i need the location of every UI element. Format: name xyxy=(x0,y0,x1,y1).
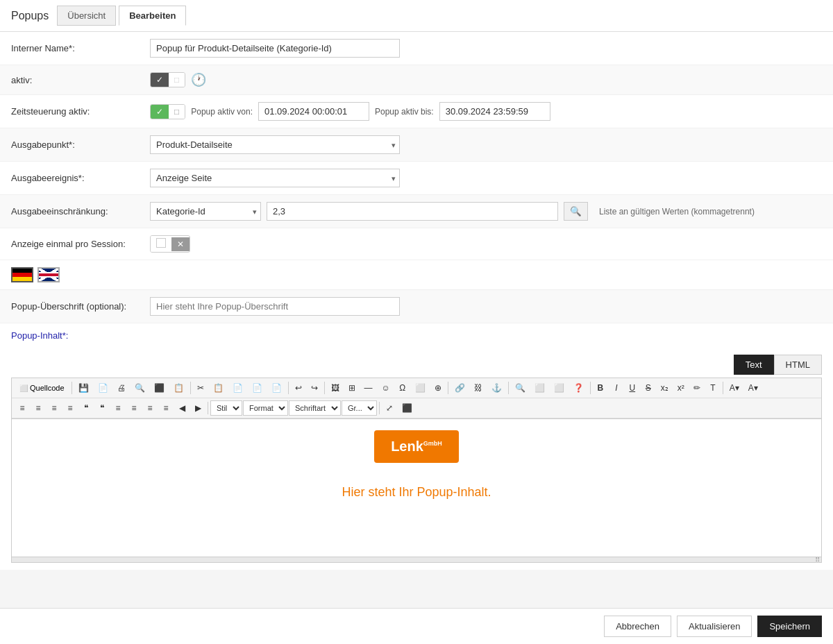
tb-new[interactable]: 📄 xyxy=(94,380,112,396)
tb-image[interactable]: 🖼 xyxy=(327,380,344,396)
tb-bold[interactable]: B xyxy=(593,380,608,396)
tb-preview[interactable]: 🔍 xyxy=(131,380,149,396)
ausgabeeinschraenkung-label: Ausgabeeinschränkung: xyxy=(11,206,150,217)
tb-groesse-select[interactable]: Gr... xyxy=(342,400,377,416)
tb-align-center[interactable]: ≡ xyxy=(126,400,142,416)
ausgabeereignis-select[interactable]: Anzeige Seite xyxy=(150,169,400,187)
tb-format-select[interactable]: Format xyxy=(243,400,288,416)
zeitsteuerung-on[interactable]: ✓ xyxy=(151,105,169,119)
tb-link[interactable]: 🔗 xyxy=(451,380,469,396)
aktiv-toggle-off[interactable]: □ xyxy=(169,73,185,87)
lang-de-flag[interactable] xyxy=(11,267,33,282)
ausgabeeinschraenkung-dropdown-wrapper: Kategorie-Id xyxy=(150,202,261,221)
session-toggle-off[interactable] xyxy=(151,236,171,252)
tab-uebersicht[interactable]: Übersicht xyxy=(57,6,116,26)
source-icon: ⬜ xyxy=(19,384,28,392)
tb-align-left[interactable]: ≡ xyxy=(110,400,126,416)
zeitsteuerung-off[interactable]: □ xyxy=(169,105,185,119)
aktiv-toggle-on[interactable]: ✓ xyxy=(151,73,169,87)
internal-name-label: Interner Name*: xyxy=(11,43,150,53)
logo-suffix: GmbH xyxy=(423,440,442,447)
tb-italic[interactable]: I xyxy=(609,380,624,396)
page-title: Popups xyxy=(11,10,49,22)
popup-bis-input[interactable] xyxy=(439,102,550,121)
tb-copy-doc[interactable]: 📋 xyxy=(169,380,188,396)
ausgabeeinschraenkung-input[interactable] xyxy=(267,202,558,221)
tb-backcolor[interactable]: A▾ xyxy=(744,380,762,396)
tb-copy[interactable]: 📋 xyxy=(209,380,228,396)
popup-von-label: Popup aktiv von: xyxy=(191,107,253,117)
popup-ueberschrift-input[interactable] xyxy=(150,297,400,316)
tb-help[interactable]: ❓ xyxy=(569,380,588,396)
tb-replace[interactable]: ⬜ xyxy=(530,380,549,396)
aktiv-toggle[interactable]: ✓ □ xyxy=(150,72,185,87)
editor-tab-text[interactable]: Text xyxy=(734,355,774,375)
tb-removeformat[interactable]: T xyxy=(705,380,721,396)
internal-name-input[interactable] xyxy=(150,39,400,58)
anzeige-session-label: Anzeige einmal pro Session: xyxy=(11,239,150,249)
toolbar-sep-9 xyxy=(208,402,208,414)
tb-rtl[interactable]: ▶ xyxy=(190,400,205,416)
tb-smiley[interactable]: ☺ xyxy=(378,380,394,396)
toolbar-row-1: ⬜ Quellcode 💾 📄 🖨 🔍 ⬛ 📋 ✂ 📋 📄 📄 📄 xyxy=(12,378,821,398)
popup-von-input[interactable] xyxy=(258,102,369,121)
tb-cut[interactable]: ✂ xyxy=(193,380,208,396)
tb-paste-word[interactable]: 📄 xyxy=(267,380,286,396)
session-toggle-x[interactable]: ✕ xyxy=(171,237,190,251)
lang-uk-flag[interactable] xyxy=(37,267,60,282)
tb-schriftart-select[interactable]: Schriftart xyxy=(289,400,341,416)
zeitsteuerung-toggle[interactable]: ✓ □ xyxy=(150,104,185,119)
ausgabepunkt-select[interactable]: Produkt-Detailseite xyxy=(150,135,400,154)
tab-bearbeiten[interactable]: Bearbeiten xyxy=(119,6,186,26)
tb-ul[interactable]: ≡ xyxy=(31,400,46,416)
ausgabepunkt-control: Produkt-Detailseite xyxy=(150,135,822,154)
tb-ltr[interactable]: ◀ xyxy=(174,400,190,416)
toolbar-sep-8 xyxy=(723,382,723,394)
tb-save[interactable]: 💾 xyxy=(74,380,93,396)
tb-paste-text[interactable]: 📄 xyxy=(248,380,267,396)
editor-body[interactable]: LenkGmbH Hier steht Ihr Popup-Inhalt. xyxy=(11,418,822,557)
tb-sub[interactable]: x₂ xyxy=(657,380,673,396)
tb-underline[interactable]: U xyxy=(625,380,640,396)
tb-paste[interactable]: 📄 xyxy=(228,380,247,396)
editor-tab-html[interactable]: HTML xyxy=(774,355,822,375)
editor-resize-handle[interactable]: ⠿ xyxy=(11,557,822,563)
tb-templates[interactable]: ⬛ xyxy=(150,380,169,396)
tb-hr[interactable]: — xyxy=(360,380,377,396)
tb-cleanup[interactable]: ✏ xyxy=(689,380,705,396)
ausgabeeinschraenkung-dropdown[interactable]: Kategorie-Id xyxy=(150,202,261,221)
tb-sup[interactable]: x² xyxy=(673,380,689,396)
tb-align-right[interactable]: ≡ xyxy=(142,400,158,416)
search-button[interactable]: 🔍 xyxy=(564,202,588,221)
tb-redo[interactable]: ↪ xyxy=(307,380,322,396)
tb-blockquote[interactable]: ❝ xyxy=(78,400,94,416)
tb-forecolor[interactable]: A▾ xyxy=(725,380,743,396)
quellcode-label: Quellcode xyxy=(30,384,65,392)
tb-find[interactable]: 🔍 xyxy=(511,380,530,396)
tb-stil-select[interactable]: Stil xyxy=(210,400,242,416)
session-toggle[interactable]: ✕ xyxy=(150,235,190,253)
tb-nonbreaking[interactable]: ⊕ xyxy=(430,380,446,396)
quellcode-button[interactable]: ⬜ Quellcode xyxy=(15,380,69,396)
tb-fullscreen[interactable]: ⤢ xyxy=(382,400,397,416)
tb-strike[interactable]: S xyxy=(641,380,656,396)
tb-spellcheck[interactable]: ⬜ xyxy=(550,380,569,396)
tb-unlink[interactable]: ⛓ xyxy=(470,380,487,396)
check-icon: ✓ xyxy=(156,75,163,85)
tb-undo[interactable]: ↩ xyxy=(291,380,306,396)
tb-table[interactable]: ⊞ xyxy=(344,380,360,396)
tb-anchor[interactable]: ⚓ xyxy=(487,380,506,396)
tb-indent[interactable]: ≡ xyxy=(62,400,78,416)
popup-bis-label: Popup aktiv bis: xyxy=(375,107,434,117)
tb-ol[interactable]: ≡ xyxy=(15,400,30,416)
editor-tab-bar: Text HTML xyxy=(11,355,822,375)
main-content: Interner Name*: aktiv: ✓ □ xyxy=(0,32,833,570)
tb-print[interactable]: 🖨 xyxy=(113,380,130,396)
tb-pagebreak[interactable]: ⬜ xyxy=(411,380,430,396)
tb-paste-quote[interactable]: ❝ xyxy=(94,400,110,416)
tb-preview2[interactable]: ⬛ xyxy=(398,400,416,416)
anzeige-session-control: ✕ xyxy=(150,235,822,253)
tb-outdent[interactable]: ≡ xyxy=(47,400,62,416)
tb-charmap[interactable]: Ω xyxy=(395,380,410,396)
tb-align-justify[interactable]: ≡ xyxy=(158,400,174,416)
